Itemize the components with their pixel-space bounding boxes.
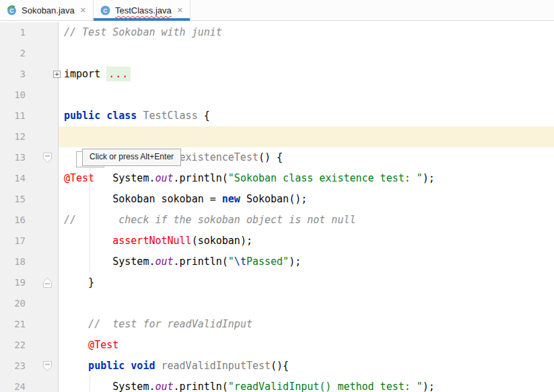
- code-line: 11 public class TestClass {: [0, 106, 554, 126]
- gutter-cell[interactable]: 23: [0, 356, 59, 377]
- code-token: "readValidInput() method test: ": [228, 381, 423, 392]
- code-text[interactable]: import ...: [59, 64, 554, 85]
- code-line: 14 System.out.println("Sokoban class exi…: [0, 168, 554, 189]
- indent-spacer: [64, 202, 112, 202]
- code-token: \t: [234, 256, 246, 268]
- code-token: System.: [112, 381, 155, 392]
- code-text[interactable]: }: [59, 272, 554, 293]
- indent-spacer: [64, 348, 88, 348]
- line-number: 17: [0, 231, 26, 251]
- fold-down-icon[interactable]: [43, 153, 52, 163]
- close-icon[interactable]: ✕: [177, 6, 183, 15]
- gutter-cell[interactable]: 20: [0, 293, 59, 314]
- code-line: 1 // Test Sokoban with junit: [0, 22, 554, 43]
- code-token: System.: [112, 256, 155, 268]
- close-icon[interactable]: ✕: [80, 6, 86, 15]
- code-token: (sokoban);: [192, 235, 252, 247]
- code-token: assertNotNull: [112, 235, 191, 247]
- code-token: // check if the sokoban object is not nu…: [64, 214, 355, 226]
- gutter-cell[interactable]: 17: [0, 231, 59, 251]
- gutter-cell[interactable]: 16: [0, 210, 59, 231]
- code-token: ": [228, 256, 234, 268]
- gutter-cell[interactable]: 10: [0, 85, 59, 106]
- code-text[interactable]: [59, 85, 554, 106]
- indent-spacer: [64, 264, 112, 265]
- gutter-cell[interactable]: 1: [0, 22, 59, 43]
- gutter-cell[interactable]: 3 +: [0, 64, 59, 85]
- fold-up-icon[interactable]: [43, 278, 52, 288]
- code-text[interactable]: System.out.println("\tPassed");: [59, 251, 554, 272]
- indent-spacer: [64, 368, 88, 369]
- code-line: 3 + import ...: [0, 64, 554, 85]
- indent-guide: [90, 168, 90, 272]
- code-token: existenceTest: [180, 151, 258, 163]
- gutter-cell[interactable]: 13: [0, 147, 59, 168]
- indent-guide: [90, 377, 90, 392]
- line-number: 16: [0, 210, 26, 231]
- code-text[interactable]: @Test: [59, 335, 554, 356]
- code-text[interactable]: System.out.println("readValidInput() met…: [59, 377, 554, 392]
- code-token: readValidInputTest: [161, 360, 271, 372]
- code-text[interactable]: System.out.println("Sokoban class existe…: [59, 168, 554, 189]
- svg-text:C: C: [9, 7, 14, 14]
- code-line: 17 assertNotNull(sokoban);: [0, 231, 554, 251]
- code-text[interactable]: // check if the sokoban object is not nu…: [59, 210, 554, 231]
- code-text[interactable]: assertNotNull(sokoban);: [59, 231, 554, 251]
- code-token: (){: [271, 360, 289, 372]
- code-token: out: [155, 256, 173, 268]
- code-token: .println(: [174, 381, 228, 392]
- code-token: out: [155, 381, 173, 392]
- code-token: out: [155, 172, 173, 184]
- code-token: );: [423, 172, 435, 184]
- line-number: 21: [0, 314, 26, 335]
- line-number: 12: [0, 126, 26, 147]
- code-line: 21 // test for readValidInput: [0, 314, 554, 335]
- code-token: .println(: [174, 172, 228, 184]
- code-token: TestClass: [143, 110, 197, 122]
- code-text[interactable]: public void readValidInputTest(){: [59, 356, 554, 377]
- code-token: "Sokoban class existence test: ": [228, 172, 423, 184]
- fold-down-icon[interactable]: [43, 361, 52, 371]
- gutter-cell[interactable]: 18: [0, 251, 59, 272]
- code-token: () {: [258, 151, 283, 163]
- code-line: 20: [0, 293, 554, 314]
- indent-spacer: [64, 181, 112, 182]
- gutter-cell[interactable]: 2: [0, 43, 59, 64]
- gutter-cell[interactable]: 12: [0, 126, 59, 147]
- code-text[interactable]: @Test: [59, 126, 554, 147]
- intention-tooltip: Click or press Alt+Enter: [82, 149, 181, 166]
- indent-spacer: [64, 243, 112, 244]
- code-rows: 1 // Test Sokoban with junit 2 3 + impor…: [0, 21, 554, 392]
- code-text[interactable]: // test for readValidInput: [59, 314, 554, 335]
- code-editor[interactable]: 1 // Test Sokoban with junit 2 3 + impor…: [0, 21, 554, 392]
- code-line: 23 public void readValidInputTest(){: [0, 356, 554, 377]
- tab-label: TestClass.java: [115, 5, 172, 15]
- code-token: @Test: [88, 339, 118, 351]
- gutter-cell[interactable]: 14: [0, 168, 59, 189]
- code-line: 15 Sokoban sokoban = new Sokoban();: [0, 189, 554, 210]
- tab-testclass-java[interactable]: C TestClass.java ✕: [94, 0, 191, 20]
- line-number: 1: [0, 22, 26, 43]
- line-number: 20: [0, 293, 26, 314]
- code-text[interactable]: [59, 43, 554, 64]
- gutter-cell[interactable]: 24: [0, 377, 59, 392]
- gutter-cell[interactable]: 15: [0, 189, 59, 210]
- fold-plus-icon[interactable]: +: [53, 71, 61, 78]
- code-token: new: [222, 193, 246, 205]
- tab-label: Sokoban.java: [22, 5, 75, 15]
- gutter-cell[interactable]: 11: [0, 106, 59, 126]
- code-text[interactable]: // Test Sokoban with junit: [59, 22, 554, 43]
- code-token: }: [88, 276, 94, 288]
- code-line: 24 System.out.println("readValidInput() …: [0, 377, 554, 392]
- code-token: Passed": [246, 256, 289, 268]
- code-text[interactable]: public class TestClass {: [59, 106, 554, 126]
- svg-text:C: C: [103, 7, 108, 13]
- line-number: 2: [0, 43, 26, 64]
- gutter-cell[interactable]: 22: [0, 335, 59, 356]
- gutter-cell[interactable]: 19: [0, 272, 59, 293]
- gutter-cell[interactable]: 21: [0, 314, 59, 335]
- code-text[interactable]: [59, 293, 554, 314]
- tab-sokoban-java[interactable]: C Sokoban.java ✕: [0, 0, 94, 20]
- line-number: 23: [0, 356, 26, 377]
- code-text[interactable]: Sokoban sokoban = new Sokoban();: [59, 189, 554, 210]
